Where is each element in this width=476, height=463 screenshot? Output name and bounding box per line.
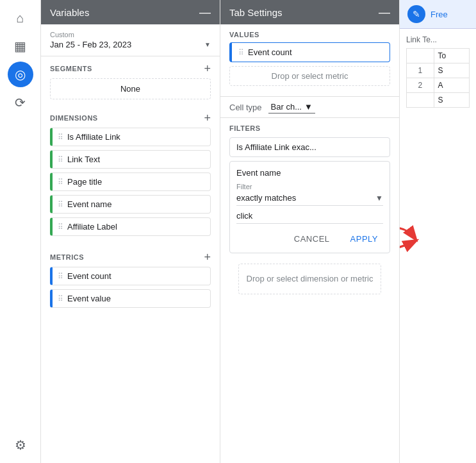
filter-value-input[interactable]: click (236, 211, 383, 224)
table-row: 1 S (407, 63, 470, 78)
metric-event-count[interactable]: ⠿ Event count (50, 267, 211, 285)
add-metric-button[interactable]: + (204, 251, 211, 263)
cell-type-value: Bar ch... (271, 102, 302, 112)
grip-icon: ⠿ (238, 48, 244, 57)
active-filter-box: Event name Filter exactly matches ▼ clic… (229, 161, 390, 253)
filter-match-type-value: exactly matches (236, 193, 375, 203)
right-panel: ✎ Free Link Te... To 1 S 2 A (400, 0, 476, 463)
date-section: Custom Jan 25 - Feb 23, 2023 ▼ (41, 24, 220, 56)
metric-label: Event value (67, 294, 111, 303)
value-label: Event count (248, 47, 292, 57)
grip-icon: ⠿ (58, 200, 63, 209)
variables-panel-header: Variables — (41, 0, 220, 24)
apply-button[interactable]: APPLY (345, 232, 383, 246)
row-val: S (434, 93, 469, 108)
variables-minimize[interactable]: — (199, 6, 211, 18)
row-num (407, 93, 434, 108)
dimensions-title: DIMENSIONS (50, 114, 98, 122)
analytics-icon[interactable]: ◎ (8, 62, 33, 87)
date-row[interactable]: Jan 25 - Feb 23, 2023 ▼ (50, 40, 211, 49)
tab-settings-title: Tab Settings (229, 7, 283, 18)
drop-dim-metric-box[interactable]: Drop or select dimension or metric (238, 264, 381, 294)
metric-event-value[interactable]: ⠿ Event value (50, 289, 211, 308)
grip-icon: ⠿ (58, 223, 63, 232)
cell-type-label: Cell type (229, 103, 262, 112)
right-content: Link Te... To 1 S 2 A S (400, 29, 476, 463)
table-header-to: To (434, 49, 469, 63)
grip-icon: ⠿ (58, 294, 63, 303)
filters-section: FILTERS Is Affiliate Link exac... Event … (220, 118, 399, 306)
edit-icon: ✎ (407, 5, 425, 23)
cell-type-row: Cell type Bar ch... ▼ (220, 96, 399, 118)
row-val: S (434, 63, 469, 78)
filter-chevron-icon: ▼ (375, 194, 383, 203)
filter-actions: CANCEL APPLY (236, 232, 383, 246)
dimension-label: Link Text (67, 155, 100, 164)
grip-icon: ⠿ (58, 272, 63, 281)
table-row: 2 A (407, 78, 470, 93)
grip-icon: ⠿ (58, 155, 63, 164)
date-dropdown-arrow[interactable]: ▼ (204, 41, 211, 48)
metrics-section-header: METRICS + (41, 245, 220, 267)
active-filter-name: Event name (236, 168, 383, 178)
grip-icon: ⠿ (58, 178, 63, 187)
link-text-label: Link Te... (406, 35, 470, 44)
segments-section-header: SEGMENTS + (41, 56, 220, 78)
filter-sub-label: Filter (236, 183, 383, 190)
dimension-label: Page title (67, 177, 102, 187)
dimension-label: Event name (67, 199, 111, 209)
dimension-page-title[interactable]: ⠿ Page title (50, 173, 211, 191)
drop-dim-metric-section: Drop or select dimension or metric (229, 258, 390, 299)
main-content: Variables — Custom Jan 25 - Feb 23, 2023… (41, 0, 476, 463)
grip-icon: ⠿ (58, 133, 63, 142)
variables-panel: Variables — Custom Jan 25 - Feb 23, 2023… (41, 0, 220, 463)
table-row: S (407, 93, 470, 108)
values-label: VALUES (229, 31, 390, 38)
filter-is-affiliate-link[interactable]: Is Affiliate Link exac... (229, 137, 390, 157)
metrics-title: METRICS (50, 253, 84, 261)
add-dimension-button[interactable]: + (204, 112, 211, 124)
date-label: Custom (50, 31, 211, 38)
left-navigation: ⌂ ▦ ◎ ⟳ ⚙ (0, 0, 41, 463)
drop-select-metric[interactable]: Drop or select metric (229, 66, 390, 86)
free-label: Free (431, 10, 448, 19)
segment-none[interactable]: None (50, 78, 211, 99)
row-num: 1 (407, 63, 434, 78)
home-icon[interactable]: ⌂ (8, 5, 33, 31)
row-val: A (434, 78, 469, 93)
filter-match-type-row[interactable]: exactly matches ▼ (236, 193, 383, 206)
query-icon[interactable]: ⟳ (8, 90, 33, 115)
tab-settings-header: Tab Settings — (220, 0, 399, 24)
metric-label: Event count (67, 271, 111, 281)
settings-icon[interactable]: ⚙ (8, 432, 33, 458)
variables-title: Variables (50, 7, 89, 18)
filters-label: FILTERS (229, 124, 390, 132)
dimension-label: Is Affiliate Link (67, 132, 120, 142)
dimension-affiliate-label[interactable]: ⠿ Affiliate Label (50, 217, 211, 236)
cancel-button[interactable]: CANCEL (289, 232, 335, 246)
right-top-bar: ✎ Free (400, 0, 476, 29)
dimension-is-affiliate-link[interactable]: ⠿ Is Affiliate Link (50, 128, 211, 146)
add-segment-button[interactable]: + (204, 63, 211, 74)
chart-icon[interactable]: ▦ (8, 33, 33, 59)
dimension-label: Affiliate Label (67, 222, 117, 232)
cell-type-select[interactable]: Bar ch... ▼ (268, 101, 315, 114)
segments-title: SEGMENTS (50, 65, 92, 72)
value-event-count[interactable]: ⠿ Event count (229, 42, 390, 62)
dimension-link-text[interactable]: ⠿ Link Text (50, 150, 211, 169)
data-table: To 1 S 2 A S (406, 48, 470, 108)
metrics-section: METRICS + ⠿ Event count ⠿ Event value (41, 245, 220, 312)
tab-settings-panel: Tab Settings — VALUES ⠿ Event count Drop… (220, 0, 400, 463)
row-num: 2 (407, 78, 434, 93)
cell-type-chevron: ▼ (304, 102, 313, 112)
date-value: Jan 25 - Feb 23, 2023 (50, 40, 131, 49)
tab-settings-minimize[interactable]: — (379, 6, 390, 18)
dimensions-section-header: DIMENSIONS + (41, 106, 220, 128)
table-header-num (407, 49, 434, 63)
dimension-event-name[interactable]: ⠿ Event name (50, 195, 211, 214)
values-section: VALUES ⠿ Event count Drop or select metr… (220, 24, 399, 96)
